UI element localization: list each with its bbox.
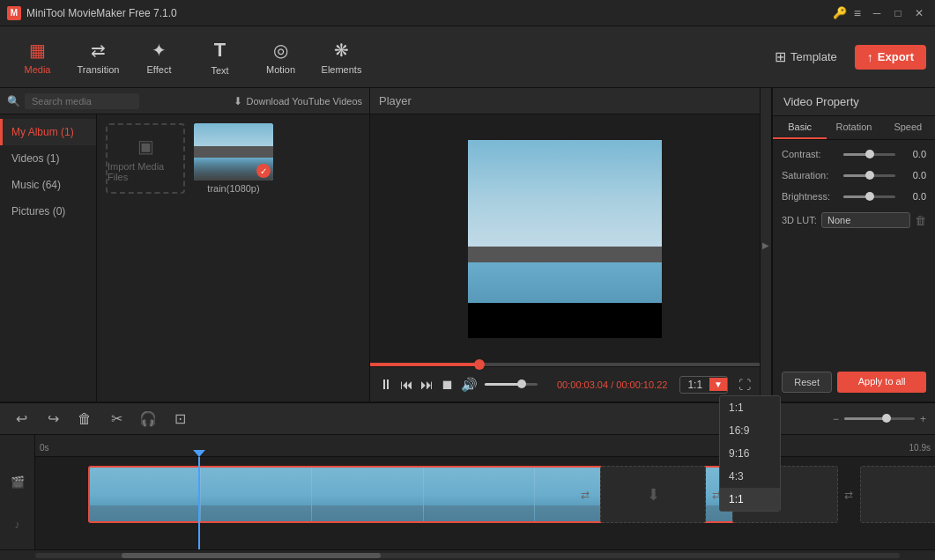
aspect-ratio-dropdown-button[interactable]: ▼ <box>709 378 727 391</box>
delete-button[interactable]: 🗑 <box>72 407 97 431</box>
template-button[interactable]: ⊞ Template <box>766 44 846 70</box>
empty-slot-3[interactable] <box>860 466 935 523</box>
aspect-option-9-16[interactable]: 9:16 <box>720 442 780 465</box>
window-controls: ─ □ ✕ <box>868 4 928 22</box>
reset-button[interactable]: Reset <box>782 372 832 393</box>
brightness-row: Brightness: 0.0 <box>782 191 926 202</box>
zoom-slider[interactable] <box>844 417 915 420</box>
video-track-icon: 🎬 <box>0 475 34 489</box>
timeline-toolbar-right: − + <box>833 413 926 425</box>
progress-thumb[interactable] <box>474 359 485 370</box>
scroll-track[interactable] <box>35 553 900 558</box>
undo-button[interactable]: ↩ <box>9 407 33 431</box>
redo-button[interactable]: ↪ <box>41 407 65 431</box>
sidebar-item-pictures[interactable]: Pictures (0) <box>0 198 96 225</box>
collapse-icon: ▶ <box>762 240 769 250</box>
player-progress-bar[interactable] <box>370 363 760 366</box>
video-bridge <box>468 247 662 262</box>
saturation-slider[interactable] <box>843 174 895 177</box>
audio-button[interactable]: 🎧 <box>136 407 160 431</box>
total-time: 00:00:10.22 <box>616 379 667 390</box>
timeline-playhead[interactable] <box>198 457 200 549</box>
sidebar-item-music[interactable]: Music (64) <box>0 172 96 198</box>
video-letterbox-bottom <box>468 303 662 338</box>
brightness-thumb[interactable] <box>865 192 874 201</box>
zoom-thumb[interactable] <box>882 414 891 423</box>
toolbar-elements[interactable]: ❋ Elements <box>313 31 370 84</box>
lut-row: 3D LUT: None 🗑 <box>782 212 926 228</box>
zoom-out-icon[interactable]: − <box>833 413 839 425</box>
stop-button[interactable]: ⏹ <box>441 377 454 392</box>
track-arrow-3: ⇄ <box>844 466 853 523</box>
empty-slot-1[interactable]: ⬇ <box>600 466 706 523</box>
export-button[interactable]: ↑ Export <box>855 45 926 70</box>
tab-basic[interactable]: Basic <box>773 116 827 139</box>
media-item-train[interactable]: ✓ train(1080p) <box>194 123 273 194</box>
tab-speed[interactable]: Speed <box>881 116 935 139</box>
download-youtube-link[interactable]: ⬇ Download YouTube Videos <box>234 95 363 107</box>
close-button[interactable]: ✕ <box>910 4 928 22</box>
media-icon: ▦ <box>29 40 46 61</box>
aspect-option-4-3[interactable]: 4:3 <box>720 465 780 488</box>
template-label: Template <box>790 50 837 63</box>
toolbar-motion[interactable]: ◎ Motion <box>252 31 309 84</box>
sidebar-nav: My Album (1) Videos (1) Music (64) Pictu… <box>0 114 97 402</box>
player-controls: ⏸ ⏮ ⏭ ⏹ 🔊 00:00:03.04 / 00:00:10.22 1:1 … <box>370 366 760 402</box>
volume-fill <box>485 383 522 386</box>
video-frame-2 <box>201 468 312 521</box>
tab-rotation[interactable]: Rotation <box>827 116 880 139</box>
maximize-button[interactable]: □ <box>889 4 907 22</box>
volume-thumb[interactable] <box>517 379 526 388</box>
import-media-button[interactable]: ▣ Import Media Files <box>106 123 185 194</box>
brightness-slider[interactable] <box>843 195 895 198</box>
elements-label: Elements <box>322 64 362 75</box>
zoom-in-icon[interactable]: + <box>920 413 926 425</box>
aspect-ratio-value: 1:1 <box>680 377 709 393</box>
sidebar-item-videos[interactable]: Videos (1) <box>0 145 96 172</box>
track-arrow-1: ⇄ <box>581 466 590 523</box>
media-area: ▣ Import Media Files ✓ train(1080p) <box>97 114 369 402</box>
menu-icon[interactable]: ≡ <box>854 6 861 20</box>
lut-select[interactable]: None <box>821 212 910 228</box>
media-label: Media <box>25 64 51 75</box>
lut-delete-button[interactable]: 🗑 <box>915 214 926 227</box>
aspect-option-16-9[interactable]: 16:9 <box>720 419 780 442</box>
app-info: M MiniTool MovieMaker Free 7.1.0 <box>7 6 177 20</box>
contrast-row: Contrast: 0.0 <box>782 149 926 159</box>
scroll-thumb[interactable] <box>122 553 381 558</box>
collapse-handle[interactable]: ▶ <box>760 88 772 402</box>
next-frame-button[interactable]: ⏭ <box>420 377 434 392</box>
volume-slider[interactable] <box>485 383 538 386</box>
aspect-dropdown: 1:1 16:9 9:16 4:3 1:1 <box>719 395 781 512</box>
crop-button[interactable]: ⊡ <box>167 407 192 431</box>
export-label: Export <box>878 50 914 63</box>
prev-frame-button[interactable]: ⏮ <box>400 377 413 392</box>
video-frame-4 <box>424 468 535 521</box>
minimize-button[interactable]: ─ <box>868 4 886 22</box>
saturation-thumb[interactable] <box>865 171 874 180</box>
video-sky <box>468 140 662 259</box>
brightness-value: 0.0 <box>900 191 926 202</box>
app-logo: M <box>7 6 21 20</box>
template-icon: ⊞ <box>775 48 786 65</box>
toolbar-text[interactable]: T Text <box>191 31 249 84</box>
cut-button[interactable]: ✂ <box>104 407 129 431</box>
download-label: Download YouTube Videos <box>247 96 363 107</box>
fullscreen-button[interactable]: ⛶ <box>738 378 751 392</box>
contrast-slider[interactable] <box>843 153 895 156</box>
toolbar-right: ⊞ Template ↑ Export <box>766 44 926 70</box>
toolbar-effect[interactable]: ✦ Effect <box>130 31 188 84</box>
property-tabs: Basic Rotation Speed <box>773 116 935 140</box>
contrast-thumb[interactable] <box>865 150 874 158</box>
apply-to-all-button[interactable]: Apply to all <box>837 372 926 393</box>
search-input[interactable] <box>25 93 139 109</box>
sidebar-item-my-album[interactable]: My Album (1) <box>0 119 96 145</box>
aspect-option-1-1-a[interactable]: 1:1 <box>720 396 780 419</box>
aspect-option-1-1-b[interactable]: 1:1 <box>720 488 780 511</box>
aspect-ratio-control: 1:1 ▼ <box>679 376 728 394</box>
toolbar-media[interactable]: ▦ Media <box>9 31 66 84</box>
toolbar-transition[interactable]: ⇄ Transition <box>70 31 127 84</box>
contrast-value: 0.0 <box>900 149 926 159</box>
volume-icon[interactable]: 🔊 <box>461 377 478 393</box>
pause-button[interactable]: ⏸ <box>379 377 393 393</box>
